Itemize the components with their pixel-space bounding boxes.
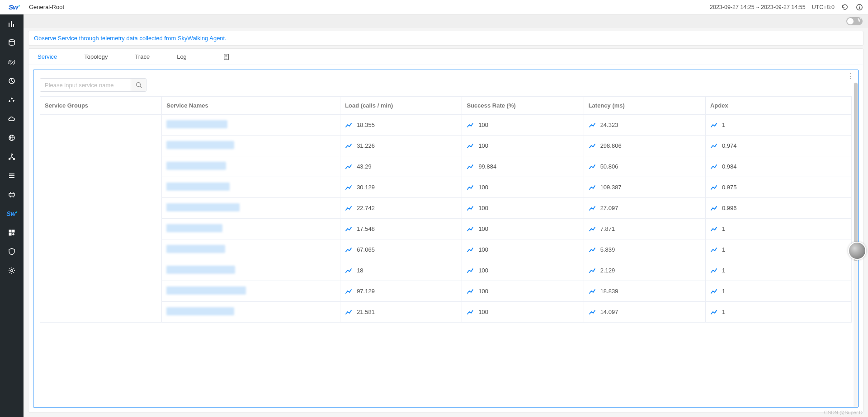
sidebar-item-grid-add-icon[interactable] [0,223,24,242]
col-service-groups[interactable]: Service Groups [40,97,162,115]
table-row[interactable]: 67.0651005.8391 [40,239,852,260]
cell-latency: 298.806 [584,136,705,156]
table-row[interactable]: 17.5481007.8711 [40,219,852,239]
col-latency[interactable]: Latency (ms) [584,97,705,115]
sidebar-item-brand-icon[interactable]: Sw' [0,204,24,223]
sidebar-item-branch-icon[interactable] [0,147,24,166]
page-title: General-Root [29,4,64,10]
metric-value: 18.839 [600,288,618,295]
cell-service-name[interactable] [162,177,340,198]
cell-service-name[interactable] [162,260,340,281]
time-range[interactable]: 2023-09-27 14:25 ~ 2023-09-27 14:55 [710,4,806,10]
trend-icon [467,205,474,212]
cell-service-name[interactable] [162,156,340,177]
trend-icon [710,163,717,170]
cell-load: 17.548 [340,219,462,239]
table-row[interactable]: 31.226100298.8060.974 [40,136,852,156]
metric-value: 100 [478,225,488,232]
sidebar-item-scatter-icon[interactable] [0,90,24,109]
cell-service-name[interactable] [162,115,340,136]
redacted-service-name [166,245,225,253]
trend-icon [589,225,596,233]
cell-service-name[interactable] [162,219,340,239]
tab-log[interactable]: Log [177,49,187,65]
metric-value: 1 [722,309,725,315]
sidebar-item-database-icon[interactable] [0,33,24,52]
timezone[interactable]: UTC+8:0 [812,4,835,10]
col-load[interactable]: Load (calls / min) [340,97,462,115]
cell-service-name[interactable] [162,198,340,219]
redacted-service-name [166,266,235,274]
metric-value: 14.097 [600,309,618,315]
search-button[interactable] [131,79,146,91]
view-mode-toggle[interactable]: V [846,17,863,25]
trend-icon [710,184,717,191]
sidebar-item-globe-icon[interactable] [0,128,24,147]
service-table-wrap: Service Groups Service Names Load (calls… [33,96,858,407]
table-row[interactable]: 43.2999.88450.8060.984 [40,156,852,177]
service-table: Service Groups Service Names Load (calls… [40,96,852,323]
info-banner-link[interactable]: Observe Service through telemetry data c… [34,35,226,42]
col-service-names[interactable]: Service Names [162,97,340,115]
sidebar: Sw' [0,0,24,417]
trend-icon [589,142,596,150]
trend-icon [710,225,717,233]
cell-service-name[interactable] [162,302,340,323]
metric-value: 18.355 [357,122,375,128]
cell-apdex: 0.974 [705,136,851,156]
trend-icon [589,122,596,129]
cell-apdex: 0.984 [705,156,851,177]
table-row[interactable]: 21.58110014.0971 [40,302,852,323]
sidebar-item-cloud-icon[interactable] [0,109,24,128]
cell-service-name[interactable] [162,281,340,302]
sidebar-item-pie-icon[interactable] [0,71,24,90]
sidebar-item-infra-icon[interactable] [0,185,24,204]
info-icon[interactable] [855,3,863,11]
cell-service-name[interactable] [162,239,340,260]
trend-icon [589,163,596,170]
sidebar-item-chart-icon[interactable] [0,14,24,33]
sidebar-item-gear-icon[interactable] [0,261,24,280]
tab-topology[interactable]: Topology [84,49,108,65]
redacted-service-name [166,183,230,191]
redacted-service-name [166,286,246,295]
metric-value: 100 [478,267,488,274]
content-area: ⋮ Service Groups Service Nam [33,70,859,408]
metric-value: 100 [478,288,488,295]
infra-icon [8,191,16,199]
metric-value: 50.806 [600,163,618,170]
cell-service-name[interactable] [162,136,340,156]
col-success-rate[interactable]: Success Rate (%) [462,97,584,115]
metric-value: 17.548 [357,225,375,232]
sidebar-item-shield-icon[interactable] [0,242,24,261]
kebab-icon[interactable]: ⋮ [847,73,854,80]
doc-icon[interactable] [223,53,230,61]
branch-icon [8,153,16,161]
function-icon [8,58,16,66]
scrollbar-thumb[interactable] [854,83,858,261]
cell-apdex: 0.996 [705,198,851,219]
table-row[interactable]: 181002.1291 [40,260,852,281]
refresh-icon[interactable] [841,3,849,11]
table-row[interactable]: 18.35510024.3231 [40,115,852,136]
trend-icon [345,288,352,295]
cell-latency: 27.097 [584,198,705,219]
tab-trace[interactable]: Trace [135,49,150,65]
metric-value: 0.975 [722,184,737,191]
info-banner: Observe Service through telemetry data c… [28,31,863,46]
sidebar-item-list-icon[interactable] [0,166,24,185]
col-apdex[interactable]: Apdex [705,97,851,115]
table-row[interactable]: 30.129100109.3870.975 [40,177,852,198]
table-row[interactable]: 22.74210027.0970.996 [40,198,852,219]
sidebar-item-function-icon[interactable] [0,52,24,71]
metric-value: 27.097 [600,205,618,211]
table-row[interactable]: 97.12910018.8391 [40,281,852,302]
metric-value: 0.974 [722,142,737,149]
tab-service[interactable]: Service [38,49,57,65]
top-bar: Sw' General-Root 2023-09-27 14:25 ~ 2023… [0,0,868,14]
pie-icon [8,77,16,85]
cell-load: 67.065 [340,239,462,260]
search-input[interactable] [40,79,131,91]
view-mode-label: V [858,18,861,23]
cloud-icon [8,115,16,123]
